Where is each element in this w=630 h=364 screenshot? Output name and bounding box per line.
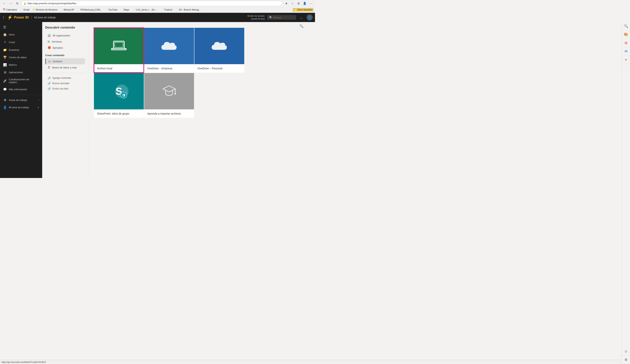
cloud-icon: [160, 39, 178, 53]
secondary-label-files: Archivos: [53, 60, 62, 63]
nav-item-canalizaciones[interactable]: 🚀 Canalizaciones de implem...: [0, 76, 42, 86]
nav-label-inicio: Inicio: [9, 33, 14, 36]
nav-label-metrics: Metrics: [9, 63, 17, 66]
bookmark-keras[interactable]: 📄 1-01_keras_t... (6) -...: [131, 8, 159, 11]
secondary-link-buscar[interactable]: 🔗 Buscar asociado: [45, 81, 85, 86]
link-icon: 🔗: [48, 87, 51, 90]
data-center-icon: 🏆: [3, 55, 7, 59]
bookmark-traducir[interactable]: 📄 Traducir: [160, 8, 174, 11]
bookmark-label: Traducir: [164, 8, 172, 11]
card-onedrive-empresa[interactable]: OneDrive – Empresa: [144, 28, 194, 73]
bookmark-minaslap[interactable]: 📄 MinasLAP: [59, 8, 75, 11]
nav-label-crear: Crear: [9, 41, 15, 44]
nav-item-metrics[interactable]: 📊 Metrics: [0, 61, 42, 69]
workspace-label[interactable]: Mi área de trabajo: [34, 16, 56, 19]
header-search-box[interactable]: 🔍: [267, 15, 296, 20]
nav-divider: [0, 95, 42, 95]
bookmark-git[interactable]: 📄 Git - Branch Manag...: [174, 8, 202, 11]
powerbi-logo-icon: ⚡: [7, 15, 12, 20]
bookmark-youtube[interactable]: 📄 YouTube: [104, 8, 118, 11]
nav-item-examinar[interactable]: 📁 Examinar: [0, 46, 42, 54]
trial-info: Versión de prueba: Queda 59 días: [247, 14, 265, 20]
svg-point-5: [174, 93, 176, 95]
secondary-label-org: Mi organización: [53, 34, 70, 37]
forward-button[interactable]: →: [8, 1, 14, 6]
secondary-label-agregar: Agregar contenido: [52, 77, 71, 79]
bookmark-label: Gmail: [24, 8, 29, 11]
secondary-link-enviar[interactable]: 🔗 Enviar una idea: [45, 86, 85, 91]
trial-days: Queda 59 días: [251, 18, 265, 20]
search-icon: 🔍: [269, 16, 272, 19]
secondary-label-enviar: Enviar una idea: [52, 87, 68, 90]
left-nav: ☰ 🏠 Inicio + Crear 📁 Examinar 🏆 Centro d…: [0, 22, 42, 178]
secondary-archivos[interactable]: 🗂 Archivos: [45, 58, 85, 64]
url-text: https://app.powerbi.com/groups/me/getdat…: [28, 2, 76, 5]
bookmark-rkward[interactable]: 📄 RKWard.png (1280...: [76, 8, 103, 11]
lock-icon: 🔒: [24, 2, 26, 5]
nav-item-inicio[interactable]: 🏠 Inicio: [0, 31, 42, 38]
refresh-button[interactable]: ↻: [14, 1, 20, 6]
nav-label-areas-trabajo: Áreas de trabajo: [9, 99, 27, 101]
workspaces-icon: 🖥: [3, 98, 7, 102]
back-button[interactable]: ←: [2, 1, 7, 6]
collections-button[interactable]: ⊞: [296, 1, 301, 6]
bookmark-label: Maps: [124, 8, 129, 11]
bookmark-revision[interactable]: 📁 Revision de literatura: [31, 8, 58, 11]
bookmark-label: Calendario: [6, 8, 17, 11]
home-icon: 🏠: [3, 33, 7, 36]
nav-collapse-button[interactable]: ☰: [0, 23, 42, 31]
doc-icon: 📄: [132, 8, 135, 11]
nav-item-crear[interactable]: + Crear: [0, 38, 42, 46]
nav-label-examinar: Examinar: [9, 48, 19, 51]
apps-icon: ⊞: [3, 70, 7, 74]
secondary-label-databases: Bases de datos y más: [52, 66, 77, 69]
nav-item-centro-datos[interactable]: 🏆 Centro de datos: [0, 54, 42, 61]
search-input[interactable]: [274, 16, 293, 19]
browse-icon: 📁: [3, 48, 7, 52]
avatar-icon: 👤: [308, 16, 312, 19]
nav-label-mi-area: Mi área de trabajo: [9, 106, 29, 109]
nav-item-areas-trabajo[interactable]: 🖥 Áreas de trabajo ›: [0, 96, 42, 104]
bookmark-otros-favoritos[interactable]: 📁 Otros favoritos: [293, 8, 314, 11]
folder-icon: 📁: [294, 8, 297, 11]
sp-coin-icon: ◑: [122, 93, 125, 97]
bookmark-maps[interactable]: 📄 Maps: [119, 8, 130, 11]
card-image-local: [94, 28, 144, 64]
card-local-file[interactable]: Archivo local: [94, 28, 144, 73]
secondary-link-agregar[interactable]: 🔗 Agregar contenido: [45, 75, 85, 81]
nav-item-mi-area[interactable]: 👤 Mi área de trabajo ∨: [0, 104, 42, 111]
chevron-down-icon: ∨: [38, 106, 39, 109]
card-sharepoint[interactable]: S ◑ SharePoint: sitios de grupo: [94, 73, 144, 118]
secondary-bases-datos[interactable]: 🗄 Bases de datos y más: [45, 64, 85, 70]
header-more-button[interactable]: ...: [298, 15, 304, 20]
trial-label: Versión de prueba:: [247, 15, 265, 17]
my-workspace-icon: 👤: [3, 106, 7, 109]
more-info-icon: 💬: [3, 87, 7, 91]
favorites-button[interactable]: ☆: [290, 1, 295, 6]
nav-item-aplicaciones[interactable]: ⊞ Aplicaciones: [0, 69, 42, 76]
secondary-ejemplos[interactable]: 🎁 Ejemplos: [45, 45, 85, 51]
card-onedrive-personal[interactable]: OneDrive – Personal: [194, 28, 244, 73]
bookmark-gmail[interactable]: 📄 Gmail: [19, 8, 30, 11]
address-bar[interactable]: 🔒 https://app.powerbi.com/groups/me/getd…: [21, 1, 282, 6]
more-button[interactable]: ⋯: [308, 1, 314, 6]
extensions-button[interactable]: ★: [284, 1, 289, 6]
discover-title: Descubrir contenido: [45, 26, 85, 29]
secondary-servicios[interactable]: ⊞ Servicios: [45, 38, 85, 45]
browser-toolbar: ← → ↻ 🔒 https://app.powerbi.com/groups/m…: [0, 0, 315, 7]
secondary-label-services: Servicios: [52, 40, 62, 43]
bookmark-calendario[interactable]: 📅 Calendario: [2, 8, 18, 11]
services-icon: ⊞: [48, 40, 50, 43]
svg-rect-2: [112, 48, 126, 50]
browser-actions: ★ ☆ ⊞ 👤 ⋯: [284, 1, 314, 6]
gmail-icon: 📄: [20, 8, 23, 11]
files-icon: 🗂: [48, 60, 51, 63]
user-avatar[interactable]: 👤: [306, 14, 313, 20]
profile-button[interactable]: 👤: [302, 1, 307, 6]
card-learn-import[interactable]: Aprenda a importar archivos: [144, 73, 194, 118]
doc-icon: 📄: [176, 8, 178, 11]
nav-item-mas-info[interactable]: 💬 Más información: [0, 86, 42, 93]
secondary-mi-organizacion[interactable]: 🏢 Mi organización: [45, 32, 85, 38]
app-grid-icon[interactable]: ⁝: [2, 14, 5, 20]
main-search-icon[interactable]: 🔍: [299, 24, 304, 28]
